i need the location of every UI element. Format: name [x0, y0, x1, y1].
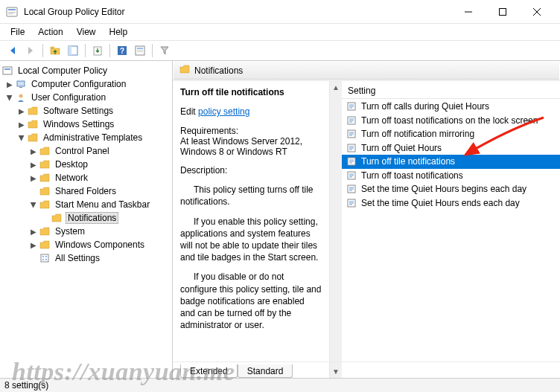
- toolbar: ?: [0, 40, 560, 61]
- svg-point-24: [42, 256, 44, 257]
- policy-list-item[interactable]: Turn off toast notifications: [342, 169, 560, 183]
- tree-pane[interactable]: Local Computer Policy ▶ Computer Configu…: [0, 61, 173, 378]
- svg-rect-16: [137, 50, 143, 51]
- tree-windows-components[interactable]: ▶Windows Components: [0, 238, 172, 251]
- chevron-down-icon[interactable]: ▶: [18, 132, 26, 143]
- policy-icon: [346, 198, 357, 208]
- requirements-text: At least Windows Server 2012, Windows 8 …: [180, 136, 322, 157]
- policy-icon: [346, 184, 357, 194]
- svg-point-25: [45, 256, 47, 257]
- tree-shared-folders[interactable]: Shared Folders: [0, 184, 172, 198]
- tree-admin-templates[interactable]: ▶ Administrative Templates: [0, 131, 172, 144]
- menu-file[interactable]: File: [4, 25, 31, 39]
- chevron-right-icon[interactable]: ▶: [28, 174, 39, 182]
- policy-icon: [346, 143, 357, 153]
- folder-icon: [27, 118, 39, 130]
- tree-notifications[interactable]: Notifications: [0, 211, 172, 225]
- tree-desktop[interactable]: ▶Desktop: [0, 158, 172, 171]
- svg-rect-3: [8, 13, 13, 14]
- settings-icon: [39, 252, 51, 264]
- help-button[interactable]: ?: [114, 42, 130, 59]
- policy-list-item[interactable]: Turn off tile notifications: [342, 155, 560, 169]
- user-icon: [15, 91, 27, 103]
- folder-icon: [51, 212, 63, 224]
- chevron-down-icon[interactable]: ▶: [6, 92, 14, 103]
- policy-title: Turn off tile notifications: [180, 87, 322, 97]
- menu-action[interactable]: Action: [32, 25, 69, 39]
- tree-system[interactable]: ▶System: [0, 225, 172, 238]
- chevron-right-icon[interactable]: ▶: [28, 228, 39, 236]
- edit-policy-link[interactable]: policy setting: [198, 106, 249, 117]
- show-hide-tree-button[interactable]: [65, 42, 81, 59]
- description-p1: This policy setting turns off tile notif…: [180, 184, 322, 208]
- menu-help[interactable]: Help: [104, 25, 134, 39]
- svg-point-26: [42, 259, 44, 260]
- policy-list-item[interactable]: Turn off calls during Quiet Hours: [342, 100, 560, 114]
- chevron-right-icon[interactable]: ▶: [4, 80, 15, 89]
- chevron-right-icon[interactable]: ▶: [28, 161, 39, 169]
- properties-button[interactable]: [132, 42, 148, 59]
- folder-icon: [39, 225, 51, 237]
- scroll-up-icon[interactable]: ▲: [330, 81, 343, 94]
- titlebar: Local Group Policy Editor: [0, 0, 560, 24]
- desc-scrollbar[interactable]: ▲ ▼: [329, 81, 342, 378]
- policy-icon: [346, 170, 357, 181]
- close-button[interactable]: [520, 0, 554, 24]
- policy-list-item[interactable]: Set the time Quiet Hours begins each day: [342, 182, 560, 196]
- svg-rect-15: [137, 48, 143, 49]
- tree-control-panel[interactable]: ▶Control Panel: [0, 144, 172, 158]
- minimize-button[interactable]: [451, 0, 486, 24]
- policy-list-item[interactable]: Set the time Quiet Hours ends each day: [342, 196, 560, 211]
- tree-start-menu[interactable]: ▶Start Menu and Taskbar: [0, 198, 172, 211]
- svg-rect-18: [3, 67, 12, 74]
- tree-all-settings[interactable]: All Settings: [0, 251, 172, 265]
- chevron-right-icon[interactable]: ▶: [16, 107, 27, 115]
- folder-icon: [39, 172, 51, 184]
- svg-rect-19: [4, 68, 10, 70]
- tree-software-settings[interactable]: ▶ Software Settings: [0, 104, 172, 118]
- policy-icon: [346, 129, 357, 139]
- chevron-right-icon[interactable]: ▶: [28, 147, 39, 155]
- tree-network[interactable]: ▶Network: [0, 171, 172, 184]
- policy-icon: [346, 115, 357, 126]
- column-header-setting[interactable]: Setting: [342, 83, 560, 99]
- export-button[interactable]: [89, 42, 106, 59]
- folder-icon: [179, 64, 190, 77]
- svg-rect-1: [8, 9, 16, 10]
- forward-button[interactable]: [22, 42, 39, 59]
- svg-rect-17: [137, 51, 143, 52]
- chevron-right-icon[interactable]: ▶: [28, 241, 39, 249]
- description-p3: If you disable or do not configure this …: [180, 271, 322, 331]
- svg-rect-5: [500, 8, 506, 15]
- policy-list-item[interactable]: Turn off notification mirroring: [342, 127, 560, 141]
- menu-view[interactable]: View: [71, 25, 102, 39]
- policy-list-item[interactable]: Turn off toast notifications on the lock…: [342, 114, 560, 128]
- policy-list-item[interactable]: Turn off Quiet Hours: [342, 141, 560, 155]
- tree-root[interactable]: Local Computer Policy: [0, 64, 172, 77]
- window-title: Local Group Policy Editor: [24, 7, 451, 17]
- description-p2: If you enable this policy setting, appli…: [180, 216, 322, 264]
- tree-windows-settings[interactable]: ▶ Windows Settings: [0, 118, 172, 131]
- tab-standard[interactable]: Standard: [238, 364, 293, 378]
- svg-point-22: [19, 94, 23, 98]
- maximize-button[interactable]: [486, 0, 520, 24]
- policy-icon: [1, 65, 13, 77]
- menubar: File Action View Help: [0, 24, 560, 40]
- tree-user-config[interactable]: ▶ User Configuration: [0, 91, 172, 104]
- filter-button[interactable]: [156, 42, 173, 59]
- chevron-right-icon[interactable]: ▶: [16, 121, 27, 129]
- chevron-down-icon[interactable]: ▶: [30, 199, 38, 210]
- status-text: 8 setting(s): [4, 380, 48, 391]
- up-button[interactable]: [47, 42, 63, 59]
- svg-rect-10: [69, 46, 71, 55]
- svg-text:?: ?: [120, 47, 124, 55]
- svg-rect-23: [41, 254, 48, 262]
- tab-extended[interactable]: Extended: [180, 364, 238, 378]
- tree-computer-config[interactable]: ▶ Computer Configuration: [0, 77, 172, 91]
- back-button[interactable]: [4, 42, 21, 59]
- folder-icon: [39, 185, 51, 197]
- folder-icon: [39, 199, 51, 211]
- svg-rect-20: [17, 81, 25, 86]
- statusbar: 8 setting(s): [0, 378, 560, 392]
- app-icon: [6, 6, 18, 18]
